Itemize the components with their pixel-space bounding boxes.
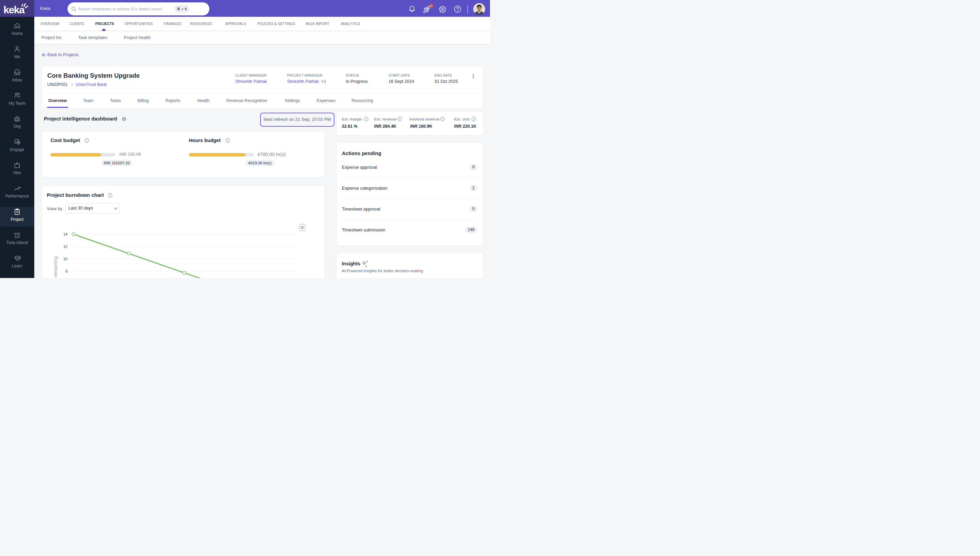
svg-text:12: 12 [63,244,68,249]
svg-text:8: 8 [65,269,68,273]
svg-text:10: 10 [63,257,68,261]
svg-text:14: 14 [63,232,68,236]
